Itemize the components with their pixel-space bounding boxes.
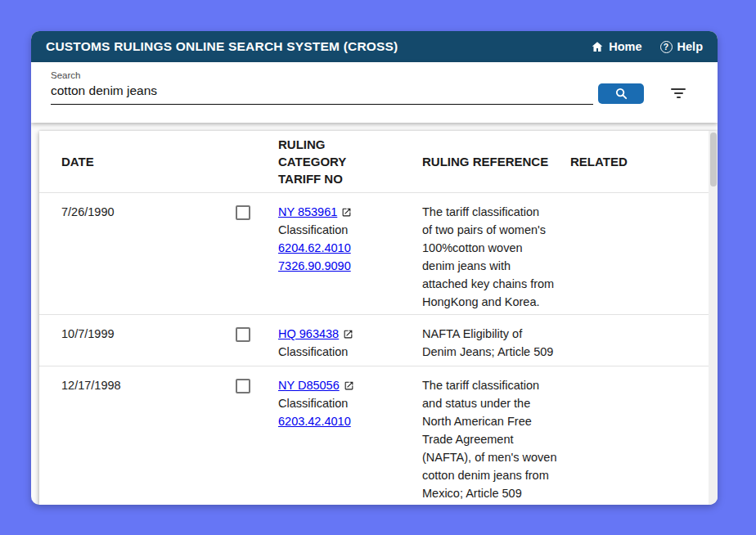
table-row: 10/7/1999 HQ 963438 Classification (39, 315, 709, 366)
column-header-related: RELATED (570, 153, 709, 170)
home-icon (591, 40, 604, 53)
help-button[interactable]: ? Help (660, 40, 703, 53)
filter-icon (671, 88, 686, 90)
results-card: DATE RULING CATEGORY TARIFF NO RULING RE… (39, 131, 718, 505)
filter-button[interactable] (668, 84, 688, 102)
ruling-category-label: Classification (278, 343, 422, 361)
external-link-icon (343, 329, 353, 339)
cross-app-window: CUSTOMS RULINGS ONLINE SEARCH SYSTEM (CR… (31, 31, 718, 505)
vertical-scrollbar[interactable] (709, 131, 718, 505)
search-field-label: Search (51, 70, 701, 80)
row-checkbox-cell (236, 315, 278, 366)
ruling-category-cell: NY 853961 Classification 6204.62.4010 73… (278, 193, 422, 314)
row-checkbox-cell (236, 193, 278, 314)
app-title: CUSTOMS RULINGS ONLINE SEARCH SYSTEM (CR… (46, 39, 398, 54)
ruling-reference-text: The tariff classification and status und… (422, 366, 570, 505)
related-cell (570, 366, 709, 505)
ruling-reference-text: The tariff classification of two pairs o… (422, 193, 570, 314)
ruling-number-link[interactable]: HQ 963438 (278, 325, 339, 343)
scrollbar-thumb[interactable] (710, 133, 717, 187)
home-label: Home (609, 40, 641, 53)
ruling-category-cell: NY D85056 Classification 6203.42.4010 (278, 366, 422, 505)
table-row: 12/17/1998 NY D85056 Classification 6203… (39, 366, 709, 505)
ruling-number-link[interactable]: NY 853961 (278, 203, 337, 221)
column-header-ruling-category-tariff: RULING CATEGORY TARIFF NO (278, 136, 422, 187)
ruling-date: 10/7/1999 (39, 315, 236, 366)
related-cell (570, 315, 709, 366)
row-checkbox[interactable] (236, 327, 250, 342)
table-header-row: DATE RULING CATEGORY TARIFF NO RULING RE… (39, 131, 709, 193)
search-icon (614, 87, 628, 101)
help-icon: ? (660, 41, 673, 53)
column-header-date: DATE (39, 153, 236, 170)
row-checkbox[interactable] (236, 379, 250, 393)
ruling-category-label: Classification (278, 221, 422, 239)
row-checkbox[interactable] (236, 205, 250, 220)
help-label: Help (677, 40, 703, 53)
search-input[interactable] (51, 82, 593, 105)
ruling-category-label: Classification (278, 394, 422, 412)
results-area: DATE RULING CATEGORY TARIFF NO RULING RE… (31, 123, 718, 505)
search-button[interactable] (598, 83, 644, 104)
tariff-number-link[interactable]: 7326.90.9090 (278, 257, 422, 275)
external-link-icon (341, 207, 352, 218)
related-cell (570, 193, 709, 314)
search-section: Search (31, 62, 718, 123)
external-link-icon (344, 380, 354, 391)
ruling-date: 7/26/1990 (39, 193, 236, 314)
home-button[interactable]: Home (591, 40, 641, 53)
ruling-number-link[interactable]: NY D85056 (278, 376, 340, 394)
tariff-number-link[interactable]: 6204.62.4010 (278, 239, 422, 257)
ruling-date: 12/17/1998 (39, 366, 236, 505)
tariff-number-link[interactable]: 6203.42.4010 (278, 412, 422, 430)
results-table: DATE RULING CATEGORY TARIFF NO RULING RE… (39, 131, 709, 505)
row-checkbox-cell (236, 366, 278, 505)
ruling-category-cell: HQ 963438 Classification (278, 315, 422, 366)
column-header-ruling-reference: RULING REFERENCE (422, 153, 570, 170)
top-navigation-bar: CUSTOMS RULINGS ONLINE SEARCH SYSTEM (CR… (31, 31, 718, 62)
ruling-reference-text: NAFTA Eligibility of Denim Jeans; Articl… (422, 315, 570, 366)
table-row: 7/26/1990 NY 853961 Classification 6204.… (39, 193, 709, 315)
